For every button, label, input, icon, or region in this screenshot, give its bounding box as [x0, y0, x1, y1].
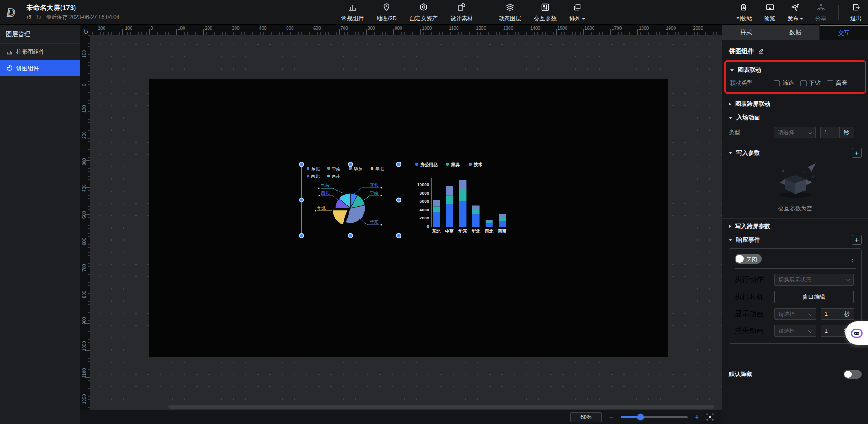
workspace[interactable]: 东北中南华东华北西北西南东北中南华东华北西北西南 办公用品家具技术0200040…: [90, 35, 722, 410]
canvas-bottom-bar: − +: [80, 410, 722, 424]
ruler-label: 2000: [693, 26, 703, 31]
assistant-robot-button[interactable]: [845, 321, 868, 345]
svg-text:4000: 4000: [420, 207, 429, 212]
anim-duration-input[interactable]: [820, 127, 839, 138]
toolbar-divider: [486, 5, 486, 20]
anim-type-label: 类型: [729, 129, 774, 137]
svg-text:西北: 西北: [321, 190, 330, 195]
tool-basic-components[interactable]: 常规组件: [341, 3, 364, 23]
ruler-label: 200: [82, 132, 87, 139]
show-anim-duration-input[interactable]: [821, 308, 840, 320]
section-write-cross-params[interactable]: 写入跨屏参数: [729, 219, 862, 233]
timing-label: 执行时机: [735, 292, 774, 302]
checkbox-icon[interactable]: [827, 80, 833, 86]
arrange-icon: [573, 3, 582, 14]
action-select[interactable]: 切换展示状态: [774, 274, 854, 286]
svg-text:西北: 西北: [311, 174, 320, 179]
section-chart-link[interactable]: 图表联动: [730, 63, 860, 77]
layer-item-pie-chart[interactable]: 饼图组件: [0, 60, 80, 76]
event-menu-icon[interactable]: ⋮: [849, 256, 856, 262]
publish-button[interactable]: 发布: [787, 3, 803, 23]
header-actions: 回收站 预览 发布 分享 退出: [736, 0, 862, 25]
checkbox-highlight[interactable]: 高亮: [827, 79, 847, 87]
svg-text:西南: 西南: [498, 229, 507, 233]
zoom-slider[interactable]: [621, 416, 688, 418]
add-param-button[interactable]: +: [852, 148, 862, 158]
pie-chart-component[interactable]: 东北中南华东华北西北西南东北中南华东华北西北西南: [301, 164, 399, 236]
share-button[interactable]: 分享: [815, 3, 826, 23]
tool-custom-assets[interactable]: 自定义资产: [409, 3, 438, 23]
bar-chart-component[interactable]: 办公用品家具技术0200040006000800010000东北中南华东华北西北…: [409, 161, 511, 235]
show-anim-unit: 秒: [840, 308, 854, 320]
svg-text:中南: 中南: [370, 190, 378, 195]
checkbox-icon[interactable]: [800, 80, 807, 86]
section-divider: [722, 145, 868, 145]
chevron-down-icon: [808, 130, 812, 134]
svg-text:8000: 8000: [420, 191, 429, 195]
window-edit-button[interactable]: 窗口编辑: [774, 291, 854, 303]
zoom-slider-knob[interactable]: [637, 414, 644, 420]
ruler-label: 900: [395, 26, 402, 31]
exit-button[interactable]: 退出: [850, 3, 862, 23]
redo-icon[interactable]: ↻: [36, 14, 42, 21]
section-cross-screen-link[interactable]: 图表跨屏联动: [729, 97, 862, 111]
ruler-label: 400: [259, 26, 267, 31]
anim-duration-unit: 秒: [839, 127, 854, 138]
svg-text:华东: 华东: [458, 229, 467, 233]
ruler-label: 1100: [82, 368, 87, 378]
app-logo[interactable]: D: [0, 5, 26, 20]
anim-type-select[interactable]: 请选择: [774, 127, 816, 138]
tool-design-materials[interactable]: 设计素材: [450, 3, 473, 23]
fit-to-screen-icon[interactable]: [706, 413, 714, 421]
hide-anim-select[interactable]: 请选择: [774, 325, 816, 337]
tab-interaction[interactable]: 交互: [820, 25, 868, 40]
zoom-out-button[interactable]: −: [609, 414, 613, 421]
svg-text:2000: 2000: [420, 215, 429, 220]
tool-geo-3d[interactable]: 地理/3D: [377, 3, 396, 23]
checkbox-filter[interactable]: 筛选: [774, 79, 794, 87]
artboard[interactable]: 东北中南华东华北西北西南东北中南华东华北西北西南 办公用品家具技术0200040…: [149, 79, 668, 357]
document-title[interactable]: 未命名大屏(173): [26, 4, 119, 12]
ruler-label: 1000: [422, 26, 432, 31]
bar-chart-icon: [348, 3, 357, 14]
ruler-label: 800: [82, 291, 87, 298]
section-write-params[interactable]: 写入参数 +: [729, 146, 862, 160]
last-saved-text: 最近保存 2023-06-27 16:04:04: [46, 14, 119, 21]
toggle-knob: [844, 371, 852, 378]
undo-icon[interactable]: ↺: [26, 14, 32, 21]
zoom-level-input[interactable]: [570, 412, 602, 422]
action-label: 执行动作: [735, 275, 774, 285]
canvas-area: ↻ -200-100010020030040050060070080090010…: [80, 25, 722, 424]
checkbox-drill-down[interactable]: 下钻: [800, 79, 821, 87]
event-enabled-toggle[interactable]: 关闭: [735, 254, 762, 264]
svg-text:家具: 家具: [451, 162, 460, 167]
checkbox-icon[interactable]: [774, 80, 780, 86]
component-title: 饼图组件: [729, 48, 754, 56]
inspector-panel: 样式 数据 交互 饼图组件 图表联动 联动类型 筛选 下钻 高亮: [722, 25, 868, 424]
edit-pencil-icon[interactable]: [758, 48, 764, 56]
zoom-in-button[interactable]: +: [695, 414, 699, 421]
ruler-label: 1200: [476, 26, 486, 31]
preview-button[interactable]: 预览: [764, 3, 775, 23]
layer-item-bar-chart[interactable]: 柱形图组件: [0, 44, 80, 60]
app-header: D 未命名大屏(173) ↺ ↻ 最近保存 2023-06-27 16:04:0…: [0, 0, 868, 25]
recycle-bin-button[interactable]: 回收站: [736, 3, 753, 23]
tool-arrange[interactable]: 排列: [569, 3, 585, 23]
empty-params-text: 交互参数为空: [778, 205, 812, 213]
hide-anim-duration-input[interactable]: [821, 325, 840, 337]
tab-data[interactable]: 数据: [771, 25, 820, 40]
show-anim-select[interactable]: 请选择: [774, 308, 816, 320]
tab-style[interactable]: 样式: [722, 25, 771, 40]
actions-divider: [838, 5, 839, 20]
add-event-button[interactable]: +: [852, 235, 862, 245]
section-entrance-animation[interactable]: 入场动画: [729, 111, 862, 124]
refresh-canvas-icon[interactable]: ↻: [83, 29, 89, 35]
ruler-label: 100: [82, 105, 87, 113]
horizontal-scrollbar[interactable]: [168, 405, 714, 409]
ruler-label: 100: [178, 26, 185, 31]
default-hidden-toggle[interactable]: [844, 370, 862, 379]
inspector-tabs: 样式 数据 交互: [722, 25, 868, 40]
tool-dynamic-layers[interactable]: 动态图层: [499, 3, 521, 23]
tool-interaction-params[interactable]: 交互参数: [534, 3, 557, 23]
section-response-events[interactable]: 响应事件 +: [729, 233, 862, 247]
